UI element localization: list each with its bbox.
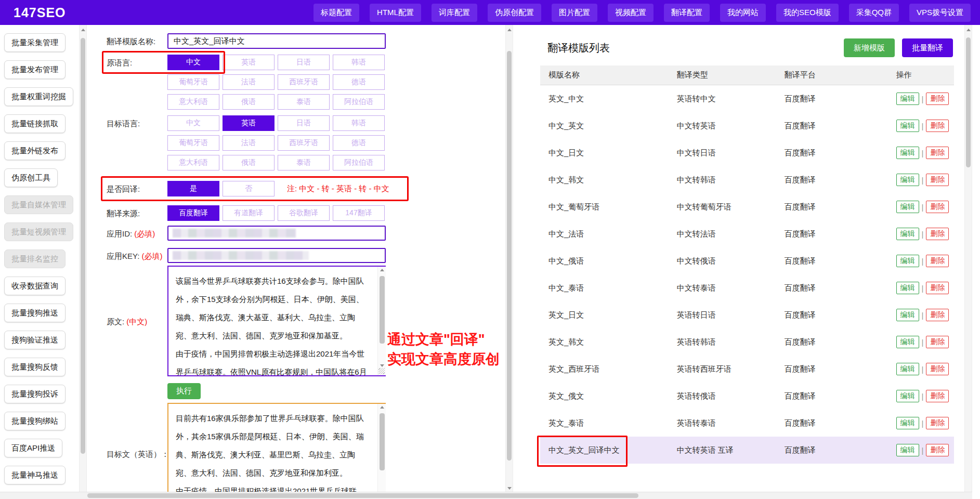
delete-button[interactable]: 删除 (926, 255, 949, 267)
edit-button[interactable]: 编辑 (896, 174, 919, 186)
sidebar-item-批量神马推送[interactable]: 批量神马推送 (4, 466, 66, 484)
delete-button[interactable]: 删除 (926, 120, 949, 132)
delete-button[interactable]: 删除 (926, 363, 949, 375)
source-lang-意大利语[interactable]: 意大利语 (167, 94, 219, 110)
nav-item-标题配置[interactable]: 标题配置 (313, 4, 359, 22)
delete-button[interactable]: 删除 (926, 309, 949, 321)
sidebar-item-批量发布管理[interactable]: 批量发布管理 (4, 60, 66, 79)
delete-button[interactable]: 删除 (926, 201, 949, 213)
nav-item-HTML配置[interactable]: HTML配置 (370, 4, 421, 22)
nav-item-图片配置[interactable]: 图片配置 (552, 4, 597, 22)
edit-button[interactable]: 编辑 (896, 93, 919, 105)
edit-button[interactable]: 编辑 (896, 363, 919, 375)
target-lang-中文[interactable]: 中文 (167, 115, 219, 131)
scroll-up-icon[interactable] (507, 29, 512, 31)
sidebar-item-伪原创工具[interactable]: 伪原创工具 (4, 168, 58, 187)
resize-handle-icon[interactable] (378, 368, 385, 374)
nav-item-词库配置[interactable]: 词库配置 (432, 4, 477, 22)
delete-button[interactable]: 删除 (926, 444, 949, 456)
source-lang-中文[interactable]: 中文 (167, 55, 219, 70)
scrollbar-thumb[interactable] (966, 37, 971, 167)
scroll-up-icon[interactable] (380, 406, 384, 409)
template-name-input[interactable] (167, 33, 386, 49)
scrollbar-thumb[interactable] (81, 38, 85, 454)
delete-button[interactable]: 删除 (926, 282, 949, 294)
edit-button[interactable]: 编辑 (896, 201, 919, 213)
form-panel-scrollbar[interactable] (505, 25, 513, 499)
scrollbar-thumb[interactable] (380, 413, 385, 470)
sidebar-item-批量搜狗反馈[interactable]: 批量搜狗反馈 (4, 358, 66, 376)
batch-translate-button[interactable]: 批量翻译 (902, 38, 953, 57)
execute-button[interactable]: 执行 (167, 383, 201, 399)
edit-button[interactable]: 编辑 (896, 309, 919, 321)
target-lang-阿拉伯语[interactable]: 阿拉伯语 (333, 155, 385, 170)
source-lang-法语[interactable]: 法语 (223, 74, 275, 90)
scrollbar-thumb[interactable] (87, 493, 638, 498)
nav-item-VPS拨号设置[interactable]: VPS拨号设置 (909, 4, 971, 22)
edit-button[interactable]: 编辑 (896, 417, 919, 429)
delete-button[interactable]: 删除 (926, 336, 949, 348)
platform-百度翻译[interactable]: 百度翻译 (167, 205, 219, 221)
target-lang-意大利语[interactable]: 意大利语 (167, 155, 219, 170)
scroll-down-icon[interactable] (380, 364, 384, 367)
edit-button[interactable]: 编辑 (896, 147, 919, 159)
target-lang-德语[interactable]: 德语 (333, 135, 385, 151)
delete-button[interactable]: 删除 (926, 228, 949, 240)
delete-button[interactable]: 删除 (926, 93, 949, 105)
source-lang-俄语[interactable]: 俄语 (223, 94, 275, 110)
scroll-up-icon[interactable] (380, 269, 384, 271)
delete-button[interactable]: 删除 (926, 417, 949, 429)
add-template-button[interactable]: 新增模版 (844, 38, 895, 57)
source-lang-葡萄牙语[interactable]: 葡萄牙语 (167, 74, 219, 90)
source-lang-德语[interactable]: 德语 (333, 74, 385, 90)
target-lang-日语[interactable]: 日语 (278, 115, 330, 131)
nav-item-翻译配置[interactable]: 翻译配置 (664, 4, 710, 22)
sidebar-item-批量搜狗投诉[interactable]: 批量搜狗投诉 (4, 385, 66, 403)
edit-button[interactable]: 编辑 (896, 390, 919, 402)
target-lang-法语[interactable]: 法语 (223, 135, 275, 151)
nav-item-我的SEO模版[interactable]: 我的SEO模版 (776, 4, 839, 22)
platform-147翻译[interactable]: 147翻译 (333, 205, 385, 221)
target-lang-韩语[interactable]: 韩语 (333, 115, 385, 131)
source-lang-泰语[interactable]: 泰语 (278, 94, 330, 110)
nav-item-我的网站[interactable]: 我的网站 (720, 4, 766, 22)
target-lang-西班牙语[interactable]: 西班牙语 (278, 135, 330, 151)
scroll-up-icon[interactable] (966, 29, 971, 31)
source-lang-韩语[interactable]: 韩语 (333, 55, 385, 70)
sidebar-item-收录数据查询[interactable]: 收录数据查询 (4, 277, 66, 295)
source-lang-西班牙语[interactable]: 西班牙语 (278, 74, 330, 90)
edit-button[interactable]: 编辑 (896, 282, 919, 294)
target-textarea-scrollbar[interactable] (377, 404, 386, 498)
app-key-input[interactable] (167, 248, 386, 263)
delete-button[interactable]: 删除 (926, 147, 949, 159)
platform-谷歌翻译[interactable]: 谷歌翻译 (278, 205, 330, 221)
edit-button[interactable]: 编辑 (896, 336, 919, 348)
source-lang-阿拉伯语[interactable]: 阿拉伯语 (333, 94, 385, 110)
scroll-up-icon[interactable] (81, 29, 85, 31)
sidebar-item-批量链接抓取[interactable]: 批量链接抓取 (4, 114, 66, 133)
sidebar-item-批量采集管理[interactable]: 批量采集管理 (4, 33, 66, 52)
sidebar-item-批量权重词挖掘[interactable]: 批量权重词挖掘 (4, 87, 73, 106)
scroll-down-icon[interactable] (507, 487, 512, 490)
source-lang-英语[interactable]: 英语 (223, 55, 275, 70)
sidebar-scrollbar[interactable] (79, 25, 87, 499)
back-translate-是[interactable]: 是 (167, 181, 219, 196)
app-id-input[interactable] (167, 226, 386, 241)
edit-button[interactable]: 编辑 (896, 228, 919, 240)
scrollbar-thumb[interactable] (507, 51, 512, 461)
nav-item-伪原创配置[interactable]: 伪原创配置 (488, 4, 541, 22)
delete-button[interactable]: 删除 (926, 174, 949, 186)
back-translate-否[interactable]: 否 (223, 181, 275, 196)
nav-item-视频配置[interactable]: 视频配置 (608, 4, 654, 22)
scrollbar-thumb[interactable] (380, 276, 385, 344)
original-textarea[interactable]: 该届当今世界乒乓球联赛共计16支球会参与。除中国队外，余下15支球会分别为阿根廷… (167, 266, 386, 376)
edit-button[interactable]: 编辑 (896, 120, 919, 132)
target-lang-俄语[interactable]: 俄语 (223, 155, 275, 170)
page-scrollbar[interactable] (964, 25, 972, 499)
platform-有道翻译[interactable]: 有道翻译 (223, 205, 275, 221)
delete-button[interactable]: 删除 (926, 390, 949, 402)
source-lang-日语[interactable]: 日语 (278, 55, 330, 70)
sidebar-item-批量搜狗绑站[interactable]: 批量搜狗绑站 (4, 412, 66, 430)
sidebar-item-百度API推送[interactable]: 百度API推送 (4, 439, 62, 457)
edit-button[interactable]: 编辑 (896, 444, 919, 456)
